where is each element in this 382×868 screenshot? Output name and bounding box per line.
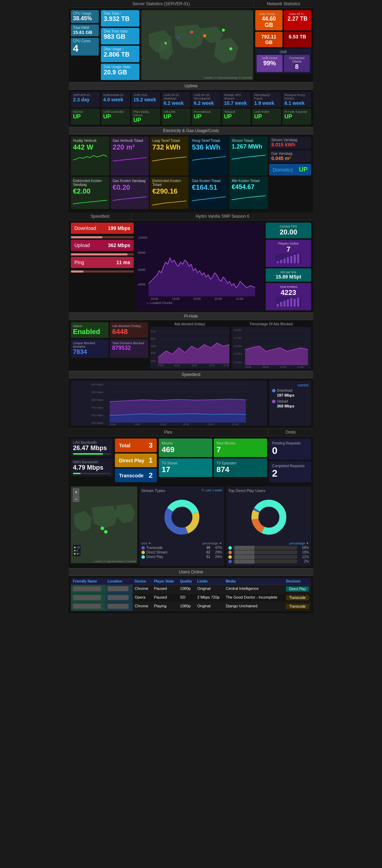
uptime-ap02: Unifi AP-02 Woonkamer 6.2 week (192, 92, 221, 107)
minecraft-section-header: Hydro Vanilla SMP Season 6 (132, 212, 313, 220)
stream-types-title: Stream Types (141, 489, 165, 493)
pending-label: Pending Requests (272, 441, 308, 445)
electricity-panel: Huidig Verbruik 442 W Gas Verbruik Totaa… (69, 135, 313, 212)
huidig-chart (73, 151, 107, 162)
huidig-label: Huidig Verbruik (73, 139, 107, 143)
ping-label: Ping (74, 260, 84, 265)
svg-text:20:00: 20:00 (263, 366, 269, 368)
direct-stream-total: 62 (201, 550, 210, 554)
total-ram-box: Total RAM 15.61 GB (71, 24, 99, 36)
speedtest-minecraft-panel: Download 199 Mbps Upload 362 Mbps Ping 1… (69, 220, 313, 312)
svg-text:21:00: 21:00 (209, 364, 214, 367)
direct-stream-legend-dot (141, 551, 145, 554)
unifi-section: Unifi Unifi Score 99% Connected Clients … (255, 49, 311, 73)
uptime-hydronode: HydroNode-01 4.0 week (101, 92, 130, 107)
unique-value: 7834 (73, 348, 106, 356)
users-table: Friendly Name Location Device Player Sta… (71, 578, 311, 611)
map-controls-plex[interactable]: + − (73, 489, 79, 502)
total-streams-label: Total (119, 443, 130, 448)
svg-text:350 Mbps: 350 Mbps (91, 391, 103, 394)
speedtest-section-header: Speedtest (69, 212, 132, 220)
speedtest-chart-header: Speedtest (69, 371, 313, 378)
uptime-ap01-value: 6.2 week (164, 100, 189, 106)
uptime-pterodactyl-label: Pterodactyl Panel (254, 93, 279, 100)
download-label: Download (74, 225, 96, 231)
status-prometheus: Prometheus UP (192, 109, 221, 125)
data-all-value: 2.27 TB (286, 16, 309, 22)
col-decision: Decision (284, 578, 311, 585)
status-nginx: NGINX UP (71, 109, 100, 125)
cpu-cores-value: 4 (73, 43, 97, 54)
status-row: NGINX UP Unifi Controller UP Plex Media … (71, 109, 311, 125)
svg-text:8000: 8000 (138, 251, 146, 254)
disk-total-box: Disk Total / 3.932 TB (101, 10, 139, 27)
top-direct-title: Top Direct Play Users (228, 489, 309, 493)
status-unifi-poller: Unifi Poller UP (252, 109, 281, 125)
status-prometheus-label: Prometheus (194, 110, 219, 114)
svg-text:10000: 10000 (138, 236, 148, 239)
domoticz-label: Domoticz (273, 167, 293, 173)
entities-box: Total Entities 4223 (266, 283, 311, 310)
svg-text:20:30: 20:30 (191, 364, 197, 367)
status-pihole-label: Pi-Hole Exporter (285, 110, 309, 114)
user1-name: ████████ (233, 546, 297, 550)
svg-text:12.50%: 12.50% (234, 345, 242, 347)
disk-usage-data-label: Disk Usage /data (104, 65, 137, 69)
plex-streams-panel: Total 3 Direct Play 1 Transcode 2 (115, 439, 157, 482)
uptime-nginx: Reverse Proxy NGINX 8.1 week (282, 92, 311, 107)
cpu-usage-value: 38.45% (73, 15, 97, 22)
gas-total-box: Gas Verbruik Totaal 220 m³ (111, 137, 149, 175)
svg-text:20:30: 20:30 (183, 423, 189, 426)
status-plex-value: UP (133, 117, 158, 123)
hoog-label: Hoog Tarief Totaal (192, 139, 226, 143)
stroom-vandaag-value: 8.015 kWh (271, 142, 309, 147)
top-pct-header: percentage ▼ (289, 542, 309, 545)
disk-total-data-value: 983 GB (104, 33, 137, 41)
minecraft-stats-panel: Current TPS 20.00 Players Online 7 MS pe… (266, 223, 311, 310)
user-device-1: Opera (133, 594, 152, 602)
alle-kosten-chart (232, 191, 266, 201)
svg-text:19:30: 19:30 (134, 423, 140, 426)
plex-map-panel: + − Leaflet | © OpenStreetMap © CartoDB … (69, 484, 313, 568)
status-nginx-label: NGINX (73, 110, 98, 114)
plex-zoom-in[interactable]: + (73, 489, 79, 495)
user-decision-1: Transcode (284, 594, 311, 602)
movies-label: Movies (162, 441, 210, 445)
domoticz-box: Domoticz UP (269, 164, 311, 175)
upload-box: Upload 362 Mbps (71, 240, 134, 251)
ombi-section-header: Ombi (268, 428, 313, 436)
svg-rect-19 (277, 261, 279, 263)
user-location-0 (105, 585, 133, 594)
cpu-cores-box: CPU Cores 4 (71, 38, 99, 56)
user-media-2: Django Unchained (224, 602, 284, 611)
stream-types-panel: Stream Types ⏱ Last 1 week total ▼ perce… (139, 486, 224, 566)
svg-text:150 Mbps: 150 Mbps (91, 421, 103, 425)
total-domains-box: Total Domains Blocked 879532 (110, 339, 148, 358)
elek-totaal-value: €290.16 (152, 187, 186, 195)
uptime-hydronode-value: 4.0 week (103, 97, 128, 102)
speedtest-chart-panel: 400 Mbps 350 Mbps 300 Mbps 250 Mbps 200 … (69, 378, 313, 428)
plex-section-header: Plex (69, 428, 268, 436)
status-influxdb-value: UP (164, 114, 189, 120)
transcode-streams-box: Transcode 2 (115, 469, 157, 482)
svg-rect-27 (277, 304, 279, 307)
plex-zoom-out[interactable]: − (73, 496, 79, 502)
tps-label: Current TPS (268, 225, 309, 228)
svg-text:6300: 6300 (150, 360, 156, 362)
upload-value: 362 Mbps (108, 243, 130, 248)
unifi-score-box: Unifi Score 99% (257, 55, 282, 72)
col-limits: Limits (195, 578, 224, 585)
uptime-unifi-usg-label: Unifi USG (133, 93, 158, 97)
col-media: Media (224, 578, 284, 585)
decision-badge-0: Direct Play (286, 586, 309, 592)
user-name-0 (71, 585, 105, 594)
total-domains-label: Total Domains Blocked (112, 341, 146, 345)
speedtest-panel: Download 199 Mbps Upload 362 Mbps Ping 1… (71, 223, 134, 310)
stream-donut-svg (161, 496, 203, 538)
data-all-label: Data All Ti... (286, 12, 309, 16)
svg-rect-24 (294, 255, 296, 263)
uptime-row-1: SERVER-01 2.3 day HydroNode-01 4.0 week … (71, 92, 311, 107)
gas-chart (113, 151, 147, 162)
pihole-percentage-chart: Percentage Of Ads Blocked 13.00% 12.75% … (232, 322, 311, 369)
plex-media-panel: Movies 469 New Movies 7 TV Shows 17 TV E… (159, 439, 267, 482)
